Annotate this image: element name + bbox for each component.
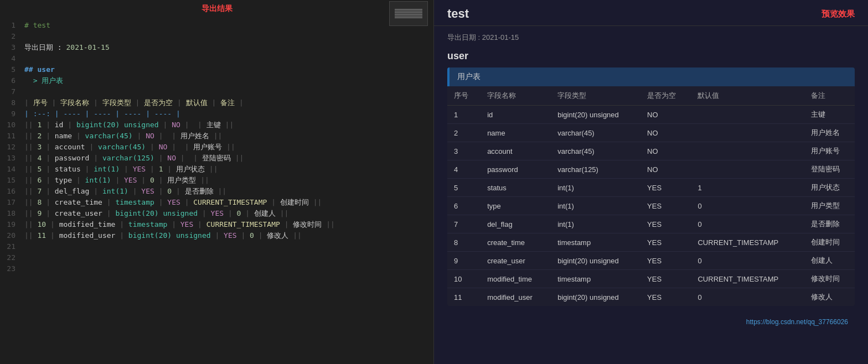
table-cell: 7 [447, 215, 480, 233]
table-cell: timestamp [551, 233, 640, 252]
right-content[interactable]: 导出日期 : 2021-01-15 user 用户表 序号字段名称字段类型是否为… [434, 26, 868, 364]
line-num: 11 [7, 131, 16, 142]
table-cell: NO [640, 142, 691, 160]
table-cell: 0 [691, 197, 804, 215]
code-area: 1234567891011121314151617181920212223 # … [0, 18, 433, 364]
table-row: 1idbigint(20) unsignedNO主键 [447, 106, 855, 124]
table-cell: timestamp [551, 270, 640, 288]
table-cell: NO [640, 160, 691, 179]
table-cell: 8 [447, 233, 480, 252]
table-section-header: 用户表 [447, 67, 855, 86]
table-section: 用户表 序号字段名称字段类型是否为空默认值备注 1idbigint(20) un… [447, 67, 855, 306]
table-cell: 创建人 [804, 252, 855, 270]
table-row: 3accountvarchar(45)NO用户账号 [447, 142, 855, 160]
table-cell: int(1) [551, 215, 640, 233]
table-cell [691, 106, 804, 124]
code-line: || 1 | id | bigint(20) unsigned | NO | |… [24, 119, 429, 131]
data-table: 序号字段名称字段类型是否为空默认值备注 1idbigint(20) unsign… [447, 86, 855, 306]
table-cell: modified_user [480, 288, 551, 306]
line-num: 9 [11, 108, 16, 119]
table-cell: 用户状态 [804, 179, 855, 197]
table-cell: 10 [447, 270, 480, 288]
right-header: test 预览效果 [434, 0, 868, 26]
table-cell: 用户账号 [804, 142, 855, 160]
code-line: | 序号 | 字段名称 | 字段类型 | 是否为空 | 默认值 | 备注 | [24, 97, 429, 108]
table-cell: 修改时间 [804, 270, 855, 288]
line-num: 22 [7, 252, 16, 263]
thumb-line-6 [395, 17, 422, 18]
table-cell: 1 [691, 179, 804, 197]
table-cell: varchar(125) [551, 160, 640, 179]
table-cell [691, 142, 804, 160]
table-cell: 5 [447, 179, 480, 197]
table-cell: 2 [447, 124, 480, 142]
code-line [24, 86, 429, 97]
table-cell: create_time [480, 233, 551, 252]
table-cell: int(1) [551, 179, 640, 197]
export-date: 导出日期 : 2021-01-15 [447, 33, 855, 43]
table-cell: 创建时间 [804, 233, 855, 252]
line-num: 13 [7, 153, 16, 164]
table-row: 11modified_userbigint(20) unsignedYES0修改… [447, 288, 855, 306]
table-row: 9create_userbigint(20) unsignedYES0创建人 [447, 252, 855, 270]
thumb-line-2 [395, 11, 422, 12]
code-line [24, 263, 429, 274]
code-line [24, 252, 429, 263]
table-row: 6typeint(1)YES0用户类型 [447, 197, 855, 215]
table-cell: id [480, 106, 551, 124]
table-cell: 主键 [804, 106, 855, 124]
table-row: 4passwordvarchar(125)NO登陆密码 [447, 160, 855, 179]
thumb-line-4 [395, 14, 422, 15]
table-row: 7del_flagint(1)YES0是否删除 [447, 215, 855, 233]
code-line: || 5 | status | int(1) | YES | 1 | 用户状态 … [24, 164, 429, 175]
table-row: 2namevarchar(45)NO用户姓名 [447, 124, 855, 142]
code-line: || 2 | name | varchar(45) | NO | | 用户姓名 … [24, 131, 429, 142]
line-num: 23 [7, 263, 16, 274]
table-cell: 0 [691, 288, 804, 306]
line-num: 19 [7, 219, 16, 230]
line-num: 1 [11, 20, 16, 31]
code-line: || 11 | modified_user | bigint(20) unsig… [24, 230, 429, 241]
line-num: 12 [7, 142, 16, 153]
code-content[interactable]: # test导出日期 : 2021-01-15## user > 用户表| 序号… [20, 18, 433, 364]
thumbnail-lines [395, 9, 422, 18]
table-header-cell: 序号 [447, 86, 480, 106]
table-cell: CURRENT_TIMESTAMP [691, 270, 804, 288]
thumb-line-5 [395, 15, 422, 17]
footer-link[interactable]: https://blog.csdn.net/qq_37766026 [447, 315, 855, 329]
code-line: ## user [24, 64, 429, 75]
table-cell: 9 [447, 252, 480, 270]
table-header-cell: 字段名称 [480, 86, 551, 106]
table-cell: CURRENT_TIMESTAMP [691, 233, 804, 252]
table-header-cell: 默认值 [691, 86, 804, 106]
table-cell: 3 [447, 142, 480, 160]
preview-title: test [447, 7, 469, 21]
table-cell: 4 [447, 160, 480, 179]
code-line: > 用户表 [24, 75, 429, 86]
line-num: 21 [7, 241, 16, 252]
table-cell: modified_time [480, 270, 551, 288]
table-cell: YES [640, 233, 691, 252]
table-cell: 1 [447, 106, 480, 124]
table-cell: bigint(20) unsigned [551, 106, 640, 124]
code-line [24, 53, 429, 64]
code-line: || 6 | type | int(1) | YES | 0 | 用户类型 || [24, 175, 429, 186]
line-num: 14 [7, 164, 16, 175]
left-header: 导出结果 [0, 0, 433, 18]
line-num: 10 [7, 119, 16, 131]
code-line [24, 241, 429, 252]
table-cell: password [480, 160, 551, 179]
table-cell: 11 [447, 288, 480, 306]
line-num: 6 [11, 75, 16, 86]
code-line: || 8 | create_time | timestamp | YES | C… [24, 197, 429, 208]
table-cell: 6 [447, 197, 480, 215]
line-num: 2 [11, 31, 16, 42]
line-numbers: 1234567891011121314151617181920212223 [0, 18, 20, 364]
table-cell: bigint(20) unsigned [551, 252, 640, 270]
line-num: 18 [7, 208, 16, 219]
code-line: || 9 | create_user | bigint(20) unsigned… [24, 208, 429, 219]
table-header-cell: 字段类型 [551, 86, 640, 106]
code-line: 导出日期 : 2021-01-15 [24, 42, 429, 53]
table-cell: YES [640, 288, 691, 306]
table-cell: del_flag [480, 215, 551, 233]
